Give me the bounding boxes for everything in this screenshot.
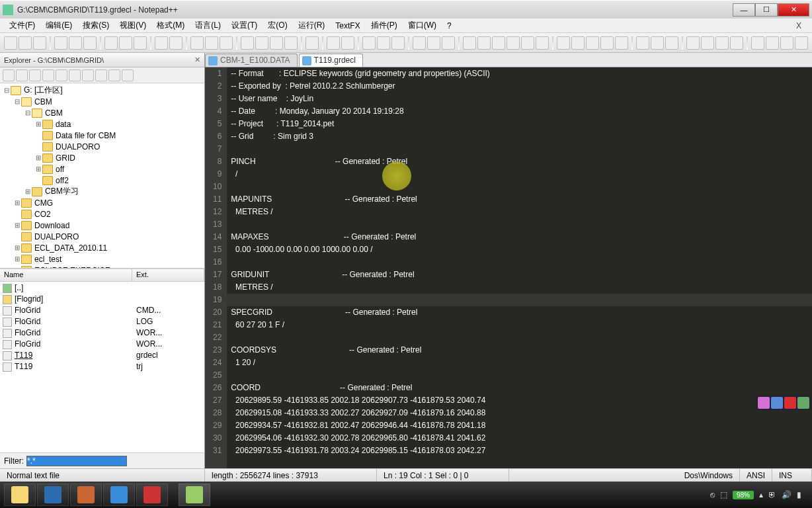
editor-tab[interactable]: T119.grdecl [299,54,363,67]
toolbar-button[interactable] [507,36,520,50]
toolbar-button[interactable] [766,36,779,50]
maximize-button[interactable]: ☐ [755,3,778,17]
toolbar-button[interactable] [69,36,82,50]
toolbar-button[interactable] [715,36,729,50]
tree-item[interactable]: DUALPORO [0,231,204,242]
menu-item[interactable]: 宏(O) [263,19,292,32]
file-row[interactable]: FloGridCMD... [0,304,204,316]
task-explorer[interactable] [4,484,36,506]
toolbar-button[interactable] [205,36,218,50]
toolbar-button[interactable] [751,36,764,50]
explorer-tool-button[interactable] [108,69,120,81]
code-area[interactable]: 1234567891011121314151617181920212223242… [205,67,812,468]
tree-item[interactable]: ⊞Download [0,220,204,231]
explorer-tool-button[interactable] [16,69,28,81]
editor-tab[interactable]: CBM-1_E100.DATA [205,54,298,67]
toolbar-button[interactable] [442,36,455,50]
tree-item[interactable]: ⊞data [0,118,204,130]
toolbar-button[interactable] [686,36,700,50]
toolbar-button[interactable] [521,36,534,50]
explorer-tool-button[interactable] [42,69,54,81]
tree-item[interactable]: ⊟G: [工作区] [0,85,204,96]
toolbar-button[interactable] [701,36,714,50]
toolbar-button[interactable] [571,36,585,50]
status-mode[interactable]: INS [772,469,812,482]
toolbar-button[interactable] [4,36,17,50]
toolbar-button[interactable] [651,36,664,50]
toolbar-button[interactable] [730,36,743,50]
toolbar-button[interactable] [463,36,476,50]
file-row[interactable]: T119grdecl [0,349,204,360]
toolbar-button[interactable] [600,36,614,50]
toolbar-button[interactable] [190,36,204,50]
explorer-tool-button[interactable] [3,69,15,81]
toolbar-button[interactable] [362,36,376,50]
folder-tree[interactable]: ⊟G: [工作区]⊟CBM⊟CBM⊞dataData file for CBMD… [0,83,204,269]
toolbar-button[interactable] [427,36,440,50]
explorer-tool-button[interactable] [82,69,94,81]
toolbar-button[interactable] [255,36,268,50]
menu-item[interactable]: TextFX [330,20,365,32]
toolbar-button[interactable] [780,36,793,50]
recorder-pause-icon[interactable] [771,397,783,409]
battery-indicator[interactable]: 98% [733,491,754,499]
toolbar-button[interactable] [284,36,298,50]
toolbar-button[interactable] [341,36,354,50]
explorer-tool-button[interactable] [122,69,134,81]
file-row[interactable]: FloGridWOR... [0,327,204,338]
menu-item[interactable]: 插件(P) [366,19,403,32]
toolbar-button[interactable] [134,36,147,50]
recorder-draw-icon[interactable] [797,397,809,409]
toolbar-button[interactable] [557,36,570,50]
toolbar-button[interactable] [586,36,599,50]
toolbar-button[interactable] [104,36,118,50]
toolbar-button[interactable] [305,36,319,50]
tray-shield-icon[interactable]: ⛨ [768,490,776,499]
toolbar-button[interactable] [19,36,32,50]
toolbar-button[interactable] [155,36,168,50]
status-eol[interactable]: Dos\Windows [678,469,740,482]
explorer-tool-button[interactable] [95,69,107,81]
file-row[interactable]: FloGridWOR... [0,338,204,349]
file-row[interactable]: [..] [0,282,204,293]
code-text[interactable]: -- Format : ECLIPSE keywords (grid geome… [227,67,812,468]
menu-item[interactable]: 视图(V) [114,19,151,32]
toolbar-button[interactable] [270,36,283,50]
task-app-2[interactable] [70,484,102,506]
status-encoding[interactable]: ANSI [740,469,772,482]
filter-input[interactable] [26,456,127,466]
tree-item[interactable]: ⊞GRID [0,152,204,163]
menu-item[interactable]: 搜索(S) [77,19,114,32]
explorer-tool-button[interactable] [29,69,41,81]
toolbar-button[interactable] [54,36,67,50]
menu-item[interactable]: 文件(F) [4,19,40,32]
file-row[interactable]: [Flogrid] [0,293,204,304]
file-row[interactable]: FloGridLOG [0,316,204,327]
toolbar-button[interactable] [492,36,505,50]
toolbar-button[interactable] [636,36,649,50]
toolbar-button[interactable] [477,36,491,50]
toolbar-button[interactable] [795,36,808,50]
toolbar-button[interactable] [327,36,340,50]
tree-item[interactable]: ⊞CBM学习 [0,186,204,197]
close-button[interactable]: ✕ [778,3,809,17]
minimize-button[interactable]: — [733,3,755,17]
tree-item[interactable]: ⊞ECL_DATA_2010.11 [0,242,204,253]
tree-item[interactable]: DUALPORO [0,141,204,152]
task-pdf[interactable] [136,484,168,506]
explorer-tool-button[interactable] [56,69,67,81]
toolbar-button[interactable] [377,36,390,50]
tray-icon[interactable]: ⬚ [720,490,727,499]
toolbar-button[interactable] [83,36,97,50]
toolbar-button[interactable] [665,36,678,50]
toolbar-button[interactable] [413,36,426,50]
menu-item[interactable]: 编辑(E) [40,19,77,32]
tree-item[interactable]: CO2 [0,208,204,220]
tree-item[interactable]: off2 [0,175,204,186]
file-row[interactable]: T119trj [0,360,204,372]
col-ext[interactable]: Ext. [132,269,204,281]
tree-item[interactable]: ⊞CMG [0,197,204,208]
task-notepadpp[interactable] [179,484,210,506]
toolbar-button[interactable] [33,36,46,50]
toolbar-button[interactable] [391,36,405,50]
